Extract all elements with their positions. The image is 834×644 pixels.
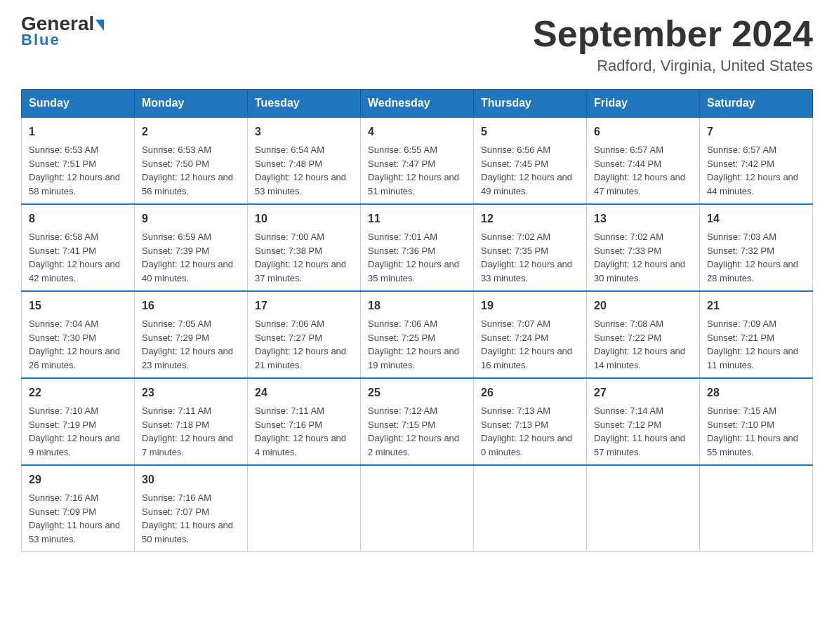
day-info: Sunrise: 7:14 AMSunset: 7:12 PMDaylight:…	[594, 405, 685, 457]
day-number: 17	[255, 297, 353, 314]
day-info: Sunrise: 7:03 AMSunset: 7:32 PMDaylight:…	[707, 232, 798, 283]
calendar-cell: 30 Sunrise: 7:16 AMSunset: 7:07 PMDaylig…	[135, 465, 248, 552]
logo-blue-text: Blue	[21, 31, 60, 49]
calendar-cell: 28 Sunrise: 7:15 AMSunset: 7:10 PMDaylig…	[700, 378, 813, 465]
calendar-cell: 2 Sunrise: 6:53 AMSunset: 7:50 PMDayligh…	[135, 117, 248, 204]
day-info: Sunrise: 7:02 AMSunset: 7:33 PMDaylight:…	[594, 232, 685, 283]
day-info: Sunrise: 6:57 AMSunset: 7:42 PMDaylight:…	[707, 145, 798, 196]
header-monday: Monday	[135, 90, 248, 118]
day-info: Sunrise: 7:16 AMSunset: 7:07 PMDaylight:…	[142, 492, 233, 544]
calendar-cell: 21 Sunrise: 7:09 AMSunset: 7:21 PMDaylig…	[700, 291, 813, 378]
calendar-cell: 13 Sunrise: 7:02 AMSunset: 7:33 PMDaylig…	[587, 204, 700, 291]
header-wednesday: Wednesday	[361, 90, 474, 118]
day-info: Sunrise: 6:54 AMSunset: 7:48 PMDaylight:…	[255, 145, 346, 196]
day-info: Sunrise: 7:12 AMSunset: 7:15 PMDaylight:…	[368, 405, 459, 457]
day-info: Sunrise: 6:59 AMSunset: 7:39 PMDaylight:…	[142, 232, 233, 283]
day-info: Sunrise: 6:53 AMSunset: 7:50 PMDaylight:…	[142, 145, 233, 196]
header-tuesday: Tuesday	[248, 90, 361, 118]
day-number: 27	[594, 384, 692, 401]
calendar-cell: 10 Sunrise: 7:00 AMSunset: 7:38 PMDaylig…	[248, 204, 361, 291]
calendar-cell: 17 Sunrise: 7:06 AMSunset: 7:27 PMDaylig…	[248, 291, 361, 378]
day-number: 13	[594, 210, 692, 227]
day-number: 30	[142, 471, 240, 488]
day-number: 28	[707, 384, 805, 401]
calendar-cell: 20 Sunrise: 7:08 AMSunset: 7:22 PMDaylig…	[587, 291, 700, 378]
header-saturday: Saturday	[700, 90, 813, 118]
week-row-3: 15 Sunrise: 7:04 AMSunset: 7:30 PMDaylig…	[22, 291, 813, 378]
location-subtitle: Radford, Virginia, United States	[533, 57, 813, 75]
day-info: Sunrise: 7:08 AMSunset: 7:22 PMDaylight:…	[594, 318, 685, 370]
day-info: Sunrise: 6:56 AMSunset: 7:45 PMDaylight:…	[481, 145, 572, 196]
calendar-table: Sunday Monday Tuesday Wednesday Thursday…	[21, 89, 813, 552]
calendar-cell: 26 Sunrise: 7:13 AMSunset: 7:13 PMDaylig…	[474, 378, 587, 465]
day-number: 24	[255, 384, 353, 401]
day-number: 3	[255, 123, 353, 140]
calendar-cell: 3 Sunrise: 6:54 AMSunset: 7:48 PMDayligh…	[248, 117, 361, 204]
day-number: 16	[142, 297, 240, 314]
day-number: 12	[481, 210, 579, 227]
day-number: 2	[142, 123, 240, 140]
day-number: 25	[368, 384, 466, 401]
day-info: Sunrise: 6:53 AMSunset: 7:51 PMDaylight:…	[29, 145, 120, 196]
calendar-cell: 9 Sunrise: 6:59 AMSunset: 7:39 PMDayligh…	[135, 204, 248, 291]
day-number: 11	[368, 210, 466, 227]
day-info: Sunrise: 7:01 AMSunset: 7:36 PMDaylight:…	[368, 232, 459, 283]
day-info: Sunrise: 7:02 AMSunset: 7:35 PMDaylight:…	[481, 232, 572, 283]
day-number: 29	[29, 471, 127, 488]
day-info: Sunrise: 7:04 AMSunset: 7:30 PMDaylight:…	[29, 318, 120, 370]
day-number: 4	[368, 123, 466, 140]
calendar-cell: 29 Sunrise: 7:16 AMSunset: 7:09 PMDaylig…	[22, 465, 135, 552]
day-info: Sunrise: 7:06 AMSunset: 7:27 PMDaylight:…	[255, 318, 346, 370]
day-number: 23	[142, 384, 240, 401]
calendar-cell: 23 Sunrise: 7:11 AMSunset: 7:18 PMDaylig…	[135, 378, 248, 465]
calendar-cell	[361, 465, 474, 552]
day-number: 6	[594, 123, 692, 140]
calendar-cell: 4 Sunrise: 6:55 AMSunset: 7:47 PMDayligh…	[361, 117, 474, 204]
calendar-cell: 16 Sunrise: 7:05 AMSunset: 7:29 PMDaylig…	[135, 291, 248, 378]
calendar-cell: 7 Sunrise: 6:57 AMSunset: 7:42 PMDayligh…	[700, 117, 813, 204]
day-info: Sunrise: 7:07 AMSunset: 7:24 PMDaylight:…	[481, 318, 572, 370]
header-sunday: Sunday	[22, 90, 135, 118]
calendar-cell: 14 Sunrise: 7:03 AMSunset: 7:32 PMDaylig…	[700, 204, 813, 291]
calendar-cell	[248, 465, 361, 552]
day-number: 22	[29, 384, 127, 401]
day-number: 1	[29, 123, 127, 140]
calendar-cell: 27 Sunrise: 7:14 AMSunset: 7:12 PMDaylig…	[587, 378, 700, 465]
day-number: 21	[707, 297, 805, 314]
calendar-cell: 24 Sunrise: 7:11 AMSunset: 7:16 PMDaylig…	[248, 378, 361, 465]
weekday-header-row: Sunday Monday Tuesday Wednesday Thursday…	[22, 90, 813, 118]
week-row-5: 29 Sunrise: 7:16 AMSunset: 7:09 PMDaylig…	[22, 465, 813, 552]
day-info: Sunrise: 7:16 AMSunset: 7:09 PMDaylight:…	[29, 492, 120, 544]
calendar-cell: 19 Sunrise: 7:07 AMSunset: 7:24 PMDaylig…	[474, 291, 587, 378]
title-block: September 2024 Radford, Virginia, United…	[533, 14, 813, 75]
day-info: Sunrise: 6:55 AMSunset: 7:47 PMDaylight:…	[368, 145, 459, 196]
calendar-cell: 8 Sunrise: 6:58 AMSunset: 7:41 PMDayligh…	[22, 204, 135, 291]
day-info: Sunrise: 7:11 AMSunset: 7:16 PMDaylight:…	[255, 405, 346, 457]
calendar-cell: 1 Sunrise: 6:53 AMSunset: 7:51 PMDayligh…	[22, 117, 135, 204]
day-info: Sunrise: 7:06 AMSunset: 7:25 PMDaylight:…	[368, 318, 459, 370]
header-thursday: Thursday	[474, 90, 587, 118]
day-number: 8	[29, 210, 127, 227]
day-info: Sunrise: 7:13 AMSunset: 7:13 PMDaylight:…	[481, 405, 572, 457]
header-friday: Friday	[587, 90, 700, 118]
day-info: Sunrise: 6:57 AMSunset: 7:44 PMDaylight:…	[594, 145, 685, 196]
day-info: Sunrise: 7:09 AMSunset: 7:21 PMDaylight:…	[707, 318, 798, 370]
day-info: Sunrise: 6:58 AMSunset: 7:41 PMDaylight:…	[29, 232, 120, 283]
week-row-4: 22 Sunrise: 7:10 AMSunset: 7:19 PMDaylig…	[22, 378, 813, 465]
calendar-cell	[474, 465, 587, 552]
day-number: 20	[594, 297, 692, 314]
day-info: Sunrise: 7:15 AMSunset: 7:10 PMDaylight:…	[707, 405, 798, 457]
day-number: 5	[481, 123, 579, 140]
day-number: 18	[368, 297, 466, 314]
day-number: 26	[481, 384, 579, 401]
day-number: 10	[255, 210, 353, 227]
day-number: 15	[29, 297, 127, 314]
day-info: Sunrise: 7:11 AMSunset: 7:18 PMDaylight:…	[142, 405, 233, 457]
week-row-2: 8 Sunrise: 6:58 AMSunset: 7:41 PMDayligh…	[22, 204, 813, 291]
calendar-cell	[700, 465, 813, 552]
day-number: 19	[481, 297, 579, 314]
calendar-cell: 15 Sunrise: 7:04 AMSunset: 7:30 PMDaylig…	[22, 291, 135, 378]
day-info: Sunrise: 7:05 AMSunset: 7:29 PMDaylight:…	[142, 318, 233, 370]
calendar-cell: 25 Sunrise: 7:12 AMSunset: 7:15 PMDaylig…	[361, 378, 474, 465]
calendar-cell: 6 Sunrise: 6:57 AMSunset: 7:44 PMDayligh…	[587, 117, 700, 204]
